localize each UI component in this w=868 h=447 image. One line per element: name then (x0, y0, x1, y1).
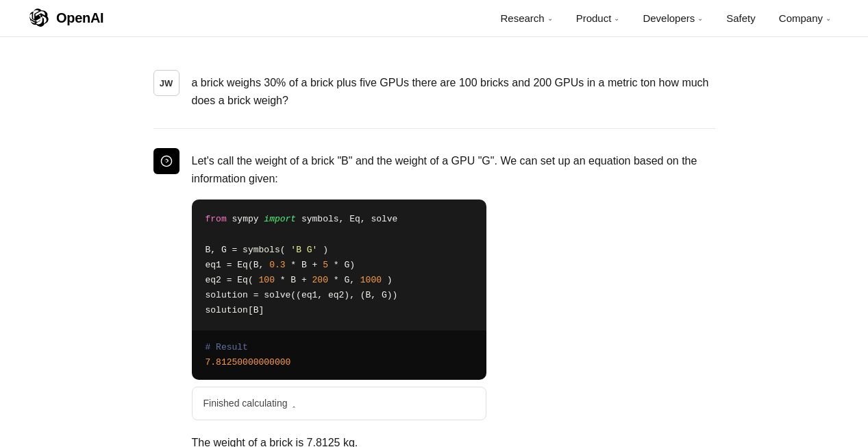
code-line-1: from sympy import symbols, Eq, solve (206, 212, 473, 227)
kw-from: from (206, 214, 227, 224)
nav-item-company[interactable]: Company ⌄ (769, 8, 841, 28)
assistant-message: Let's call the weight of a brick "B" and… (153, 129, 715, 447)
code-eq1-mid: * B + (290, 260, 323, 270)
code-eq2-end: ) (387, 275, 393, 285)
nav-research-label: Research (500, 12, 544, 24)
finished-calculating-label: Finished calculating (203, 396, 288, 411)
user-initials: JW (160, 78, 173, 88)
code-5: 5 (323, 260, 328, 270)
code-solution-b: solution[B] (206, 305, 264, 315)
product-chevron-icon: ⌄ (614, 14, 619, 22)
kw-import: import (264, 214, 296, 224)
openai-logo-icon (27, 8, 49, 29)
code-100: 100 (259, 275, 275, 285)
code-container: from sympy import symbols, Eq, solve B, … (192, 200, 486, 380)
nav-company-label: Company (779, 12, 823, 24)
navbar: OpenAI Research ⌄ Product ⌄ Developers ⌄… (0, 0, 868, 37)
code-bg-assign: B, G = symbols( (206, 245, 286, 255)
nav-product-label: Product (576, 12, 612, 24)
result-block: # Result 7.81250000000000 (192, 330, 486, 380)
chat-main: JW a brick weighs 30% of a brick plus fi… (126, 37, 743, 447)
logo-text: OpenAI (56, 10, 103, 26)
nav-links: Research ⌄ Product ⌄ Developers ⌄ Safety… (491, 8, 841, 28)
research-chevron-icon: ⌄ (547, 14, 553, 22)
nav-safety-label: Safety (726, 12, 756, 24)
assistant-avatar (153, 148, 179, 174)
code-eq2-start: eq2 = Eq( (206, 275, 253, 285)
user-message-text: a brick weighs 30% of a brick plus five … (192, 70, 715, 109)
result-value-line: 7.81250000000000 (206, 355, 473, 370)
openai-avatar-icon (159, 154, 174, 169)
code-1000: 1000 (360, 275, 382, 285)
code-eq2-mid2: * G, (334, 275, 360, 285)
code-line-4: eq2 = Eq( 100 * B + 200 * G, 1000 ) (206, 273, 473, 288)
nav-item-research[interactable]: Research ⌄ (491, 8, 562, 28)
assistant-message-content: Let's call the weight of a brick "B" and… (192, 148, 715, 447)
chevron-up-icon: ‸ (293, 397, 295, 410)
code-line-2: B, G = symbols( 'B G' ) (206, 243, 473, 258)
code-line-blank (206, 227, 473, 242)
code-200: 200 (312, 275, 328, 285)
code-eq2-mid1: * B + (280, 275, 312, 285)
comment-hash: # Result (206, 342, 248, 352)
code-03: 0.3 (269, 260, 285, 270)
result-comment: # Result (206, 340, 473, 355)
code-line-5: solution = solve((eq1, eq2), (B, G)) (206, 288, 473, 303)
developers-chevron-icon: ⌄ (697, 14, 703, 22)
kw-symbols: symbols, Eq, solve (301, 214, 397, 224)
kw-sympy: sympy (232, 214, 264, 224)
code-line-6: solution[B] (206, 303, 473, 318)
nav-item-developers[interactable]: Developers ⌄ (633, 8, 712, 28)
code-paren-close: ) (323, 245, 328, 255)
nav-item-product[interactable]: Product ⌄ (567, 8, 630, 28)
nav-developers-label: Developers (643, 12, 695, 24)
code-str-bg: 'B G' (290, 245, 317, 255)
logo[interactable]: OpenAI (27, 8, 103, 29)
result-number: 7.81250000000000 (206, 357, 291, 367)
assistant-intro: Let's call the weight of a brick "B" and… (192, 152, 715, 187)
code-line-3: eq1 = Eq(B, 0.3 * B + 5 * G) (206, 258, 473, 273)
nav-item-safety[interactable]: Safety (717, 8, 765, 28)
finished-calculating-button[interactable]: Finished calculating ‸ (192, 387, 486, 420)
user-avatar: JW (153, 70, 179, 96)
code-eq1-start: eq1 = Eq(B, (206, 260, 270, 270)
code-block: from sympy import symbols, Eq, solve B, … (192, 200, 486, 330)
user-message: JW a brick weighs 30% of a brick plus fi… (153, 51, 715, 129)
code-solution: solution = solve((eq1, eq2), (B, G)) (206, 290, 398, 300)
company-chevron-icon: ⌄ (826, 14, 831, 22)
code-eq1-end: * G) (334, 260, 355, 270)
conclusion-text: The weight of a brick is 7.8125 kg. (192, 434, 715, 447)
